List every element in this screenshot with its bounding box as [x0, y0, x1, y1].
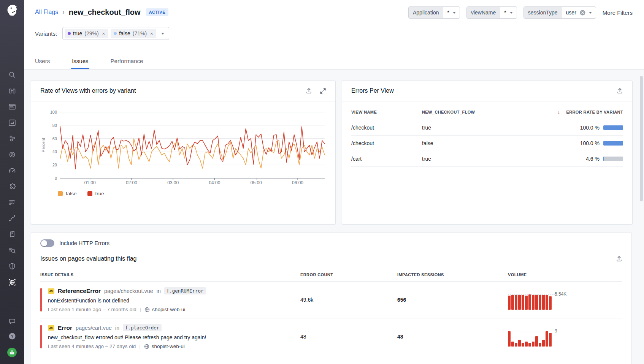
variants-select[interactable]: true (29%) × false (71%) ×	[62, 27, 169, 40]
page-scrollbar[interactable]	[640, 76, 643, 201]
issue-row[interactable]: JS Error pages/cart.vue in f.placeOrder …	[40, 318, 622, 355]
issue-row[interactable]: JS ReferenceError pages/checkout.vue in …	[40, 282, 622, 318]
variant-chip-true: true (29%) ×	[65, 29, 108, 38]
service-name[interactable]: shopist-web-ui	[144, 343, 185, 349]
content-area: Rate of Views with errors by variant 020…	[24, 70, 644, 364]
legend-item-false[interactable]: false	[58, 191, 77, 196]
tab-issues[interactable]: Issues	[72, 58, 88, 69]
filter-application[interactable]: Application *	[408, 6, 460, 19]
col-flag-variant[interactable]: NEW_CHECKOUT_FLOW	[422, 110, 558, 114]
breadcrumb: All Flags › new_checkout_flow ACTIVE	[35, 6, 168, 18]
svg-text:?: ?	[11, 334, 13, 339]
col-volume[interactable]: VOLUME	[508, 272, 622, 277]
col-issue-details[interactable]: ISSUE DETAILS	[40, 272, 300, 277]
export-icon[interactable]	[617, 88, 623, 94]
legend-item-true[interactable]: true	[87, 191, 104, 196]
sidebar-item-notebooks[interactable]	[8, 230, 17, 239]
table-row[interactable]: /checkout false 100.0 %	[351, 136, 623, 151]
variant-value: true	[422, 156, 586, 162]
sidebar-item-service-map[interactable]	[8, 134, 17, 143]
svg-text:40: 40	[52, 149, 57, 154]
globe-network-icon	[8, 278, 16, 286]
view-name: /cart	[351, 156, 422, 162]
svg-text:Percent: Percent	[41, 138, 46, 152]
issues-section-title: Issues on pages evaluating this flag	[40, 255, 137, 262]
page-header: All Flags › new_checkout_flow ACTIVE App…	[24, 0, 644, 70]
line-chart[interactable]: 02040608010001:0002:0003:0004:0005:0006:…	[40, 106, 326, 187]
sidebar-item-apm[interactable]	[8, 150, 17, 159]
chevron-down-icon	[589, 12, 592, 14]
sidebar-item-log-pipelines[interactable]	[8, 198, 17, 207]
volume-mini-chart: 9	[508, 327, 622, 347]
table-row[interactable]: /cart true 4.6 %	[351, 151, 623, 167]
sidebar-item-dashboards[interactable]	[8, 102, 17, 111]
hexagon-cluster-icon	[8, 135, 16, 143]
error-accent-bar	[40, 325, 42, 348]
export-icon[interactable]	[306, 88, 312, 94]
remove-variant-icon[interactable]: ×	[150, 31, 153, 36]
datadog-logo-icon[interactable]	[4, 2, 20, 18]
tab-performance[interactable]: Performance	[111, 58, 143, 69]
service-name[interactable]: shopist-web-ui	[144, 307, 185, 312]
svg-text:01:00: 01:00	[84, 180, 96, 185]
error-type: Error	[58, 324, 72, 331]
sort-desc-icon[interactable]: ↓	[558, 109, 560, 115]
col-error-count[interactable]: ERROR COUNT	[300, 272, 397, 277]
variant-value: false	[422, 140, 580, 146]
sidebar-item-feedback[interactable]	[8, 317, 17, 326]
sidebar-item-user-avatar[interactable]	[7, 347, 17, 358]
sidebar-icon-list	[8, 70, 17, 287]
breadcrumb-all-flags-link[interactable]: All Flags	[35, 9, 58, 16]
variant-chip-false: false (71%) ×	[111, 29, 156, 38]
error-function: f.genRUMError	[164, 287, 206, 294]
legend-label: false	[66, 191, 77, 196]
sidebar-item-security[interactable]	[8, 262, 17, 271]
gauge-icon	[8, 166, 16, 175]
filter-value: *	[504, 9, 506, 16]
area-chart-icon	[8, 119, 16, 127]
tab-users[interactable]: Users	[35, 58, 50, 69]
col-error-rate[interactable]: ERROR RATE BY VARIANT	[566, 110, 623, 114]
errors-per-view-table: VIEW NAME NEW_CHECKOUT_FLOW ↓ ERROR RATE…	[342, 101, 632, 167]
expand-icon[interactable]	[320, 88, 326, 94]
filter-label: viewName	[467, 7, 500, 18]
chart-card-title: Rate of Views with errors by variant	[40, 87, 136, 94]
clear-filter-icon[interactable]	[580, 10, 585, 16]
variants-label: Variants:	[35, 30, 57, 37]
col-view-name[interactable]: VIEW NAME	[351, 110, 422, 114]
chart-legend: false true	[58, 191, 326, 196]
errors-per-view-title: Errors Per View	[351, 87, 394, 94]
variant-value: true	[422, 125, 580, 131]
remove-variant-icon[interactable]: ×	[102, 31, 105, 36]
view-name: /checkout	[351, 125, 422, 131]
table-row[interactable]: /checkout true 100.0 %	[351, 120, 623, 136]
filter-label: Application	[409, 7, 444, 18]
include-http-errors-toggle[interactable]	[40, 239, 54, 247]
error-rate-value: 100.0 %	[580, 125, 600, 131]
sidebar-item-ci-pipelines[interactable]	[8, 214, 17, 223]
status-badge: ACTIVE	[146, 8, 168, 16]
sidebar-item-log-explorer[interactable]	[8, 246, 17, 255]
sidebar-item-rum[interactable]	[8, 278, 17, 287]
chevron-down-icon[interactable]	[161, 33, 164, 35]
export-icon[interactable]	[616, 256, 622, 262]
col-impacted-sessions[interactable]: IMPACTED SESSIONS	[397, 272, 508, 277]
sidebar-item-integrations[interactable]	[8, 182, 17, 191]
filter-viewname[interactable]: viewName *	[466, 6, 517, 19]
sidebar-item-metrics[interactable]	[8, 118, 17, 127]
puzzle-icon	[8, 182, 16, 191]
chart-card: Rate of Views with errors by variant 020…	[31, 80, 336, 225]
sidebar-item-watchdog[interactable]	[8, 86, 17, 95]
tab-bar: Users Issues Performance	[35, 58, 143, 69]
filter-sessiontype[interactable]: sessionType user	[523, 6, 596, 19]
last-seen: Last seen 4 minutes ago – 27 days old	[48, 343, 136, 349]
sidebar-item-performance[interactable]	[8, 166, 17, 175]
sidebar-item-help[interactable]: ?	[8, 332, 17, 341]
sidebar-item-search[interactable]	[8, 70, 17, 79]
breadcrumb-separator: ›	[62, 9, 64, 16]
svg-text:03:00: 03:00	[167, 180, 179, 185]
legend-swatch-false	[58, 191, 63, 196]
variants-row: Variants: true (29%) × false (71%) ×	[35, 27, 169, 40]
legend-swatch-true	[87, 191, 92, 196]
more-filters-button[interactable]: More Filters	[603, 9, 633, 16]
